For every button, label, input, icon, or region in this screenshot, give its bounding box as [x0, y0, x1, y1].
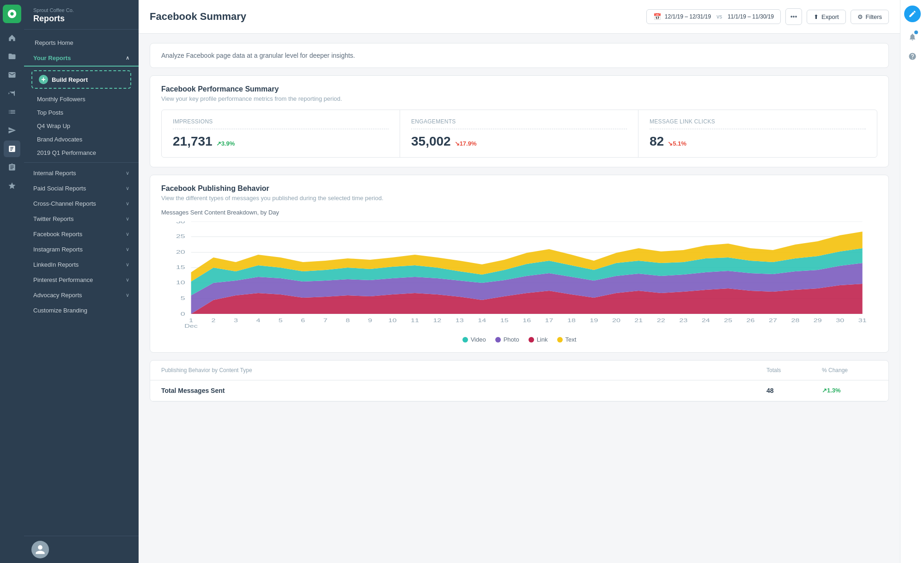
link-clicks-change: 5.1% [668, 140, 687, 147]
sidebar-nav: Reports Home Your Reports ∧ + Build Repo… [24, 30, 139, 324]
link-clicks-metric: Message Link Clicks 82 5.1% [638, 110, 877, 157]
svg-text:30: 30 [176, 221, 185, 224]
legend-photo: Photo [495, 336, 519, 343]
sidebar-header: Sprout Coffee Co. Reports [24, 0, 139, 30]
svg-text:2: 2 [212, 318, 216, 323]
export-button[interactable]: ⬆ Export [807, 10, 846, 24]
pub-behavior-table-header: Publishing Behavior by Content Type Tota… [150, 361, 888, 380]
pub-behavior-table-row: Total Messages Sent 48 ↗1.3% [150, 380, 888, 401]
svg-text:20: 20 [612, 318, 620, 323]
facebook-reports-section[interactable]: Facebook Reports ∨ [24, 226, 139, 242]
sidebar: Sprout Coffee Co. Reports Reports Home Y… [24, 0, 139, 563]
legend-link: Link [529, 336, 548, 343]
nav-list-icon[interactable] [4, 104, 20, 120]
compose-button[interactable] [904, 6, 921, 22]
info-card: Analyze Facebook page data at a granular… [150, 43, 889, 68]
link-legend-dot [529, 337, 534, 343]
svg-text:16: 16 [523, 318, 531, 323]
svg-text:14: 14 [478, 318, 486, 323]
svg-text:17: 17 [545, 318, 553, 323]
nav-home-icon[interactable] [4, 30, 20, 46]
nav-star-icon[interactable] [4, 177, 20, 194]
sidebar-item-monthly-followers[interactable]: Monthly Followers [24, 92, 139, 106]
nav-send-icon[interactable] [4, 122, 20, 139]
nav-reports-home[interactable]: Reports Home [24, 35, 139, 50]
sidebar-item-2019-q1[interactable]: 2019 Q1 Performance [24, 146, 139, 159]
pinterest-chevron: ∨ [126, 277, 129, 283]
nav-inbox-icon[interactable] [4, 67, 20, 83]
date-range-button[interactable]: 📅 12/1/19 – 12/31/19 vs 11/1/19 – 11/30/… [646, 9, 781, 24]
svg-text:20: 20 [176, 249, 185, 255]
internal-reports-chevron: ∨ [126, 170, 129, 176]
your-reports-chevron: ∧ [126, 55, 129, 61]
pinterest-performance-section[interactable]: Pinterest Performance ∨ [24, 272, 139, 288]
publishing-title: Facebook Publishing Behavior [161, 184, 877, 193]
right-rail [900, 0, 924, 563]
company-name: Sprout Coffee Co. [33, 7, 129, 13]
performance-summary-card: Facebook Performance Summary View your k… [150, 75, 889, 167]
nav-folder-icon[interactable] [4, 48, 20, 65]
nav-reports-icon[interactable] [4, 141, 20, 157]
sidebar-item-brand-advocates[interactable]: Brand Advocates [24, 133, 139, 146]
text-legend-dot [557, 337, 563, 343]
svg-text:15: 15 [176, 264, 185, 270]
chart-legend: Video Photo Link Text [161, 336, 877, 343]
publishing-behavior-card: Facebook Publishing Behavior View the di… [150, 175, 889, 353]
calendar-icon: 📅 [653, 13, 661, 20]
svg-text:13: 13 [456, 318, 464, 323]
svg-text:25: 25 [176, 233, 185, 239]
advocacy-reports-section[interactable]: Advocacy Reports ∨ [24, 288, 139, 303]
nav-pin-icon[interactable] [4, 85, 20, 102]
svg-text:5: 5 [279, 318, 283, 323]
svg-text:28: 28 [791, 318, 799, 323]
customize-branding-section[interactable]: Customize Branding [24, 303, 139, 318]
svg-text:9: 9 [368, 318, 372, 323]
svg-text:12: 12 [433, 318, 441, 323]
svg-text:1: 1 [189, 318, 193, 323]
metrics-row: Impressions 21,731 3.9% Engagements 35,0… [161, 110, 877, 158]
linkedin-reports-section[interactable]: LinkedIn Reports ∨ [24, 257, 139, 272]
date-range-value: 12/1/19 – 12/31/19 [665, 13, 711, 20]
cross-channel-reports-section[interactable]: Cross-Channel Reports ∨ [24, 196, 139, 211]
legend-text: Text [557, 336, 577, 343]
engagements-metric: Engagements 35,002 17.9% [400, 110, 638, 157]
notifications-button[interactable] [904, 29, 921, 45]
main-content: Facebook Summary 📅 12/1/19 – 12/31/19 vs… [139, 0, 900, 563]
impressions-metric: Impressions 21,731 3.9% [162, 110, 400, 157]
svg-text:8: 8 [346, 318, 350, 323]
build-report-button[interactable]: + Build Report [31, 70, 131, 89]
svg-text:27: 27 [769, 318, 777, 323]
section-title: Reports [33, 14, 129, 24]
nav-tasks-icon[interactable] [4, 159, 20, 176]
link-clicks-value: 82 5.1% [650, 134, 866, 149]
total-messages-change: ↗1.3% [822, 387, 877, 394]
help-button[interactable] [904, 48, 921, 65]
topbar-actions: 📅 12/1/19 – 12/31/19 vs 11/1/19 – 11/30/… [646, 8, 889, 25]
sidebar-item-q4-wrap-up[interactable]: Q4 Wrap Up [24, 119, 139, 133]
internal-reports-section[interactable]: Internal Reports ∨ [24, 165, 139, 181]
instagram-reports-section[interactable]: Instagram Reports ∨ [24, 242, 139, 257]
svg-text:15: 15 [500, 318, 509, 323]
svg-text:18: 18 [567, 318, 576, 323]
topbar: Facebook Summary 📅 12/1/19 – 12/31/19 vs… [139, 0, 900, 34]
link-clicks-label: Message Link Clicks [650, 118, 866, 129]
area-chart-container: 0 5 10 15 20 25 30 1 [161, 221, 877, 332]
twitter-reports-chevron: ∨ [126, 216, 129, 222]
dots-icon: ••• [790, 13, 797, 20]
svg-text:23: 23 [679, 318, 687, 323]
more-options-button[interactable]: ••• [785, 8, 802, 25]
svg-text:31: 31 [858, 318, 867, 323]
filters-button[interactable]: ⚙ Filters [851, 10, 889, 24]
user-avatar[interactable] [31, 541, 49, 558]
svg-text:3: 3 [234, 318, 238, 323]
sidebar-item-top-posts[interactable]: Top Posts [24, 106, 139, 119]
engagements-change: 17.9% [455, 140, 477, 147]
your-reports-header[interactable]: Your Reports ∧ [24, 50, 139, 67]
vs-date-value: 11/1/19 – 11/30/19 [728, 13, 774, 20]
performance-title: Facebook Performance Summary [161, 85, 877, 93]
area-chart: 0 5 10 15 20 25 30 1 [161, 221, 877, 332]
svg-text:4: 4 [256, 318, 261, 323]
svg-text:5: 5 [181, 295, 185, 301]
paid-social-reports-section[interactable]: Paid Social Reports ∨ [24, 181, 139, 196]
twitter-reports-section[interactable]: Twitter Reports ∨ [24, 211, 139, 226]
